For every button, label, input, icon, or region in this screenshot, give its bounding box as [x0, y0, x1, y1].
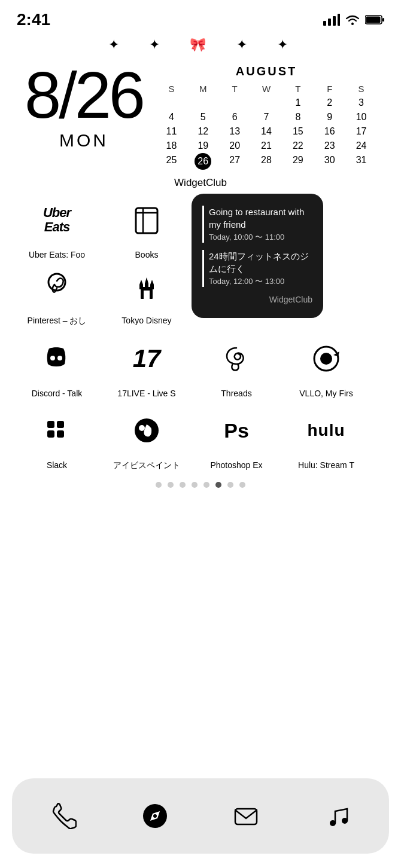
- day-display: MON: [59, 130, 108, 151]
- page-dot-7: [227, 482, 233, 488]
- app-slack[interactable]: Slack: [12, 404, 102, 470]
- page-dot-3: [180, 482, 186, 488]
- phone-icon: [50, 803, 77, 829]
- page-dots: [0, 482, 401, 488]
- status-time: 2:41: [17, 10, 50, 29]
- uber-eats-label: Uber Eats: Foo: [29, 250, 85, 259]
- uber-eats-icon: UberEats: [31, 194, 83, 246]
- svg-rect-14: [145, 283, 148, 289]
- cal-header-t1: T: [219, 82, 251, 96]
- svg-rect-7: [382, 18, 384, 22]
- music-icon: [324, 803, 351, 829]
- svg-point-23: [320, 353, 332, 365]
- svg-rect-6: [366, 17, 381, 23]
- apps-left-group: UberEats Uber Eats: Foo Books: [12, 194, 192, 326]
- cal-row-5: 25 26 27 28 29 30 31: [156, 153, 377, 170]
- cal-row-3: 11 12 13 14 15 16 17: [156, 124, 377, 139]
- 17live-icon: 17: [120, 332, 173, 385]
- threads-icon: [210, 332, 263, 385]
- hulu-icon: hulu: [300, 404, 353, 457]
- app-pinterest[interactable]: Pinterest – おし: [12, 259, 102, 326]
- 17live-label: 17LIVE - Live S: [117, 389, 175, 398]
- date-calendar-section: 8/26 MON AUGUST S M T W T F S - - - - 1 …: [0, 56, 401, 170]
- books-icon: [120, 194, 173, 246]
- photoshop-icon: Ps: [210, 404, 263, 457]
- calendar-grid: S M T W T F S - - - - 1 2 3 4 5 6 7: [156, 82, 377, 170]
- date-block: 8/26 MON: [24, 62, 144, 151]
- svg-rect-27: [57, 430, 64, 438]
- calendar-event-1: Going to restaurant with my friend Today…: [202, 206, 312, 243]
- status-bar: 2:41: [0, 0, 401, 31]
- tokyo-disney-label: Tokyo Disney: [121, 316, 171, 325]
- svg-rect-25: [47, 430, 54, 438]
- calendar-today: 26: [195, 153, 211, 170]
- app-vllo[interactable]: VLLO, My Firs: [281, 332, 371, 398]
- calendar-widget-dark[interactable]: Going to restaurant with my friend Today…: [192, 194, 323, 318]
- apps-left-top: UberEats Uber Eats: Foo Books: [12, 194, 192, 259]
- ibis-paint-icon: [120, 404, 173, 457]
- app-threads[interactable]: Threads: [192, 332, 281, 398]
- svg-point-4: [351, 23, 354, 25]
- cal-header-s1: S: [156, 82, 187, 96]
- app-uber-eats[interactable]: UberEats Uber Eats: Foo: [12, 194, 102, 259]
- dock-mail[interactable]: [219, 789, 273, 843]
- event-2-time: Today, 12:00 〜 13:00: [209, 276, 312, 287]
- cal-row-2: 4 5 6 7 8 9 10: [156, 110, 377, 124]
- tokyo-disney-icon: [120, 259, 173, 312]
- app-discord[interactable]: Discord - Talk: [12, 332, 102, 398]
- threads-label: Threads: [221, 389, 251, 398]
- page-dot-4: [192, 482, 198, 488]
- pinterest-icon: [31, 259, 83, 312]
- widget-club-label-1: WidgetClub: [0, 177, 401, 189]
- svg-rect-1: [328, 19, 331, 26]
- calendar-event-2: 24時間フィットネスのジムに行く Today, 12:00 〜 13:00: [202, 250, 312, 287]
- discord-icon: [31, 332, 83, 385]
- decorative-row: ✦ ✦ 🎀 ✦ ✦: [0, 31, 401, 56]
- cal-header-s2: S: [345, 82, 377, 96]
- svg-point-21: [57, 356, 62, 360]
- apps-left-bottom: Pinterest – おし: [12, 259, 192, 326]
- page-dot-1: [156, 482, 162, 488]
- calendar-month: AUGUST: [156, 65, 377, 78]
- apps-section-row2: Discord - Talk 17 17LIVE - Live S Thread…: [0, 332, 401, 471]
- svg-rect-15: [150, 285, 154, 289]
- svg-rect-0: [323, 21, 326, 26]
- svg-point-20: [50, 356, 55, 360]
- apps-row-2: Discord - Talk 17 17LIVE - Live S Thread…: [12, 332, 389, 398]
- svg-rect-3: [338, 14, 340, 26]
- vllo-icon: [300, 332, 353, 385]
- page-dot-6-active: [215, 482, 221, 488]
- dock-phone[interactable]: [37, 789, 90, 843]
- app-books[interactable]: Books: [102, 194, 192, 259]
- app-17live[interactable]: 17 17LIVE - Live S: [102, 332, 192, 398]
- event-1-time: Today, 10:00 〜 11:00: [209, 232, 312, 243]
- svg-point-34: [330, 820, 336, 826]
- hulu-label: Hulu: Stream T: [298, 460, 354, 470]
- vllo-label: VLLO, My Firs: [299, 389, 353, 398]
- slack-icon: [31, 404, 83, 457]
- app-photoshop[interactable]: Ps Photoshop Ex: [192, 404, 281, 470]
- svg-point-32: [153, 814, 157, 818]
- app-tokyo-disney[interactable]: Tokyo Disney: [102, 259, 192, 326]
- svg-rect-13: [139, 285, 143, 289]
- app-hulu[interactable]: hulu Hulu: Stream T: [281, 404, 371, 470]
- photoshop-label: Photoshop Ex: [210, 460, 262, 470]
- svg-rect-33: [235, 809, 257, 824]
- page-dot-2: [168, 482, 174, 488]
- svg-rect-24: [47, 421, 54, 428]
- svg-marker-19: [150, 280, 154, 285]
- status-icons: [323, 14, 384, 26]
- dock-music[interactable]: [311, 789, 364, 843]
- svg-rect-2: [333, 16, 336, 26]
- cal-row-4: 18 19 20 21 22 23 24: [156, 139, 377, 153]
- cal-header-t2: T: [282, 82, 314, 96]
- svg-point-29: [139, 425, 145, 431]
- cal-header-w: W: [251, 82, 282, 96]
- decorative-symbols: ✦ ✦ 🎀 ✦ ✦: [108, 37, 293, 52]
- apps-row-1: UberEats Uber Eats: Foo Books: [0, 194, 401, 326]
- dock-safari[interactable]: [128, 789, 182, 843]
- dock: [12, 778, 389, 854]
- app-ibis-paint[interactable]: アイビスペイント: [102, 404, 192, 471]
- svg-rect-26: [57, 421, 64, 428]
- apps-row-3: Slack アイビスペイント Ps Photoshop Ex hulu: [12, 404, 389, 471]
